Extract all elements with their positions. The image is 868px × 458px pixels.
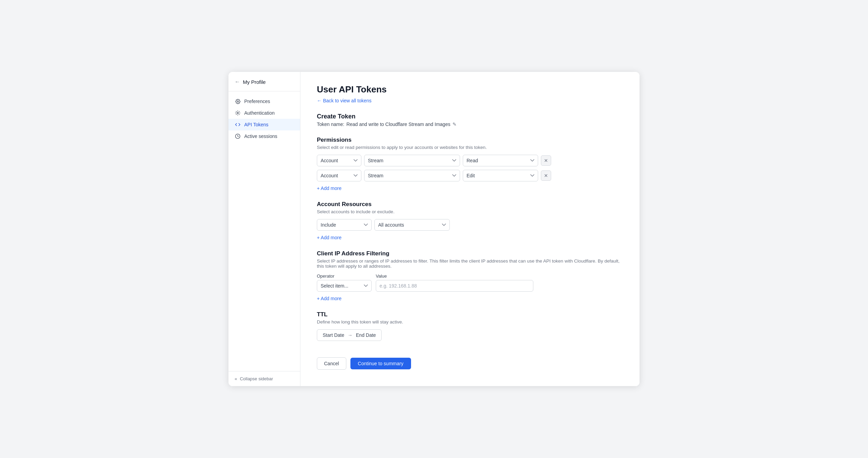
sidebar-header-title: My Profile: [243, 79, 266, 85]
footer-actions: Cancel Continue to summary: [317, 353, 623, 370]
collapse-icon: «: [235, 376, 237, 381]
create-token-section-title: Create Token: [317, 113, 623, 120]
value-field-group: Value: [376, 273, 533, 292]
value-input[interactable]: [376, 280, 533, 292]
permission-row-1-stream-select[interactable]: Stream Images R2 Workers: [364, 155, 460, 166]
account-resources-row: Include Exclude All accounts Specific ac…: [317, 219, 623, 231]
main-content: User API Tokens ← Back to view all token…: [300, 72, 640, 386]
permission-row-2-stream-select[interactable]: Stream Images R2 Workers: [364, 170, 460, 181]
client-ip-title: Client IP Address Filtering: [317, 250, 623, 257]
back-icon[interactable]: ←: [235, 79, 240, 85]
token-name-value: Read and write to Cloudflare Stream and …: [346, 122, 450, 127]
svg-point-1: [237, 112, 238, 114]
collapse-sidebar-label: Collapse sidebar: [240, 376, 273, 381]
date-range-arrow-icon: →: [348, 332, 352, 338]
permission-row-2-account-select[interactable]: Account Zone User: [317, 170, 361, 181]
operator-field-group: Operator Select item... Is in Is not in: [317, 273, 372, 292]
permission-row-1-access-select[interactable]: Read Edit Admin: [463, 155, 538, 166]
collapse-sidebar-button[interactable]: « Collapse sidebar: [228, 371, 300, 386]
permissions-title: Permissions: [317, 137, 623, 143]
token-name-line: Token name: Read and write to Cloudflare…: [317, 122, 623, 127]
permission-row-1-remove-button[interactable]: ✕: [541, 155, 551, 166]
date-range-button[interactable]: Start Date → End Date: [317, 329, 382, 341]
sidebar-item-label-active-sessions: Active sessions: [244, 133, 277, 139]
include-select[interactable]: Include Exclude: [317, 219, 372, 231]
permission-row-2: Account Zone User Stream Images R2 Worke…: [317, 170, 623, 181]
permission-row-2-remove-button[interactable]: ✕: [541, 170, 551, 181]
client-ip-add-more-link[interactable]: + Add more: [317, 296, 342, 301]
account-resources-desc: Select accounts to include or exclude.: [317, 209, 623, 214]
end-date-label: End Date: [356, 332, 376, 338]
api-tokens-icon: [235, 122, 241, 127]
cancel-button[interactable]: Cancel: [317, 357, 346, 370]
sidebar-item-preferences[interactable]: Preferences: [228, 96, 300, 107]
page-title: User API Tokens: [317, 84, 623, 95]
active-sessions-icon: [235, 133, 241, 139]
sidebar-item-label-preferences: Preferences: [244, 99, 270, 104]
all-accounts-select[interactable]: All accounts Specific account: [374, 219, 450, 231]
permission-row-1: Account Zone User Stream Images R2 Worke…: [317, 155, 623, 166]
continue-to-summary-button[interactable]: Continue to summary: [350, 358, 411, 369]
svg-point-0: [237, 101, 238, 102]
start-date-label: Start Date: [323, 332, 344, 338]
account-resources-section: Account Resources Select accounts to inc…: [317, 201, 623, 241]
client-ip-section: Client IP Address Filtering Select IP ad…: [317, 250, 623, 302]
sidebar-item-api-tokens[interactable]: API Tokens: [228, 119, 300, 130]
permissions-add-more-link[interactable]: + Add more: [317, 186, 342, 191]
sidebar-item-authentication[interactable]: Authentication: [228, 107, 300, 119]
ttl-section: TTL Define how long this token will stay…: [317, 311, 623, 341]
edit-token-name-icon[interactable]: ✎: [452, 122, 457, 127]
permission-row-1-account-select[interactable]: Account Zone User: [317, 155, 361, 166]
authentication-icon: [235, 110, 241, 116]
value-label: Value: [376, 273, 533, 279]
token-name-prefix: Token name:: [317, 122, 344, 127]
permissions-desc: Select edit or read permissions to apply…: [317, 145, 623, 150]
permission-row-2-access-select[interactable]: Edit Read Admin: [463, 170, 538, 181]
client-ip-desc: Select IP addresses or ranges of IP addr…: [317, 258, 623, 269]
sidebar-item-active-sessions[interactable]: Active sessions: [228, 130, 300, 142]
operator-label: Operator: [317, 273, 372, 279]
ttl-desc: Define how long this token will stay act…: [317, 319, 623, 325]
ttl-title: TTL: [317, 311, 623, 318]
preferences-icon: [235, 99, 241, 104]
operator-select[interactable]: Select item... Is in Is not in: [317, 280, 372, 292]
sidebar-item-label-api-tokens: API Tokens: [244, 122, 269, 127]
account-resources-title: Account Resources: [317, 201, 623, 208]
account-resources-add-more-link[interactable]: + Add more: [317, 235, 342, 240]
operator-value-row: Operator Select item... Is in Is not in …: [317, 273, 623, 292]
sidebar: ← My Profile Preferences Authentication: [228, 72, 300, 386]
sidebar-header[interactable]: ← My Profile: [228, 72, 300, 91]
sidebar-nav: Preferences Authentication API Tokens Ac…: [228, 91, 300, 371]
permissions-section: Permissions Select edit or read permissi…: [317, 137, 623, 191]
back-to-tokens-link[interactable]: ← Back to view all tokens: [317, 98, 372, 103]
sidebar-item-label-authentication: Authentication: [244, 110, 275, 116]
